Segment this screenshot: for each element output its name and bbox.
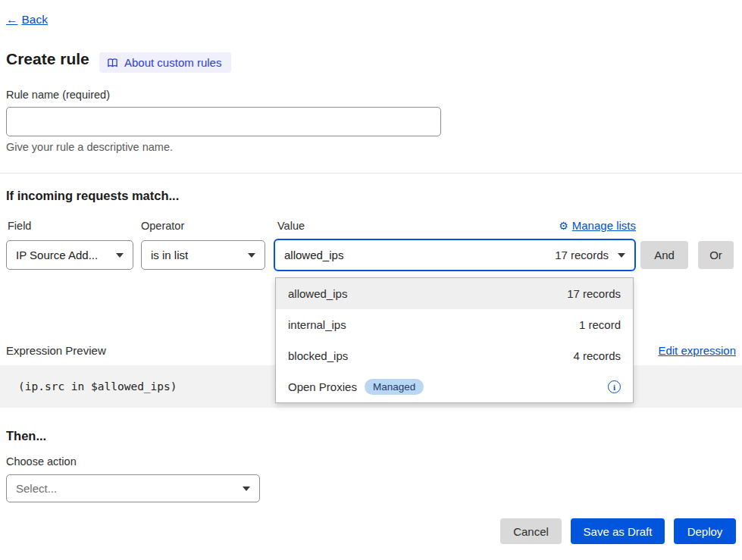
book-icon <box>107 58 118 68</box>
chevron-down-icon <box>243 486 250 491</box>
option-meta: 4 records <box>573 349 621 362</box>
value-label: Value <box>277 220 305 232</box>
choose-action-label: Choose action <box>6 455 77 468</box>
info-icon[interactable]: i <box>608 380 621 393</box>
chevron-down-icon <box>116 253 124 258</box>
option-name: internal_ips <box>288 318 346 331</box>
back-link[interactable]: ← Back <box>6 13 48 27</box>
value-select[interactable]: allowed_ips 17 records <box>274 239 636 271</box>
option-name: Open Proxies <box>288 380 357 393</box>
rule-name-input[interactable] <box>6 107 441 136</box>
field-label: Field <box>8 220 31 232</box>
option-name: blocked_ips <box>288 349 348 362</box>
page-title: Create rule <box>6 50 89 68</box>
field-select-value: IP Source Add... <box>16 249 98 261</box>
about-badge-label: About custom rules <box>124 56 221 69</box>
operator-label: Operator <box>141 220 184 232</box>
deploy-button[interactable]: Deploy <box>674 518 736 544</box>
managed-badge: Managed <box>365 379 424 395</box>
section-divider <box>0 173 742 174</box>
rule-name-label: Rule name (required) <box>6 89 110 101</box>
value-dropdown-menu: allowed_ips 17 records internal_ips 1 re… <box>275 277 634 403</box>
rule-name-helper: Give your rule a descriptive name. <box>6 141 173 153</box>
operator-select-value: is in list <box>151 249 188 261</box>
chevron-down-icon <box>248 253 255 258</box>
field-select[interactable]: IP Source Add... <box>6 240 133 270</box>
value-select-name: allowed_ips <box>284 249 343 261</box>
dropdown-option-internal-ips[interactable]: internal_ips 1 record <box>276 309 633 340</box>
and-button[interactable]: And <box>640 241 688 269</box>
dropdown-option-open-proxies[interactable]: Open Proxies Managed i <box>276 371 633 402</box>
cancel-button[interactable]: Cancel <box>500 518 562 544</box>
expression-preview-label: Expression Preview <box>6 344 106 357</box>
then-section-heading: Then... <box>6 429 46 443</box>
match-section-heading: If incoming requests match... <box>6 189 179 203</box>
dropdown-option-blocked-ips[interactable]: blocked_ips 4 records <box>276 340 633 371</box>
action-select-placeholder: Select... <box>16 482 57 495</box>
save-as-draft-button[interactable]: Save as Draft <box>571 518 665 544</box>
back-arrow-icon: ← <box>6 13 18 27</box>
edit-expression-link[interactable]: Edit expression <box>658 344 736 357</box>
option-name: allowed_ips <box>288 287 347 300</box>
gear-icon: ⚙ <box>559 220 568 232</box>
operator-select[interactable]: is in list <box>141 240 265 270</box>
option-meta: 17 records <box>567 287 621 300</box>
value-select-meta: 17 records <box>555 249 609 261</box>
about-custom-rules-link[interactable]: About custom rules <box>99 52 231 73</box>
or-button[interactable]: Or <box>698 241 734 269</box>
back-link-label: Back <box>22 13 48 27</box>
dropdown-option-allowed-ips[interactable]: allowed_ips 17 records <box>276 278 633 309</box>
option-meta: 1 record <box>579 318 621 331</box>
chevron-down-icon <box>618 253 625 258</box>
action-select[interactable]: Select... <box>6 474 260 502</box>
manage-lists-link[interactable]: ⚙ Manage lists <box>559 219 636 232</box>
manage-lists-label: Manage lists <box>572 219 636 232</box>
